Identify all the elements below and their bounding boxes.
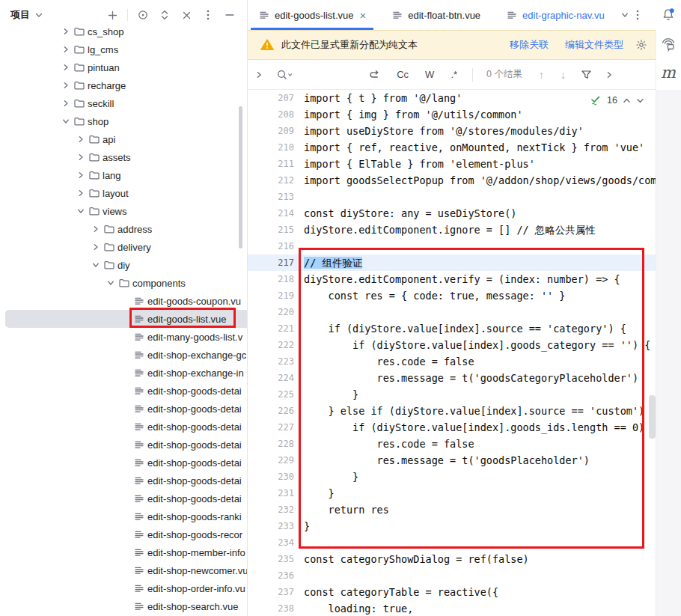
tree-folder-shop[interactable]: shop xyxy=(0,112,247,130)
code-line-214[interactable]: 214const diyStore: any = useDiyStore() xyxy=(248,205,656,222)
tree-file-edit-many-goods-list.v[interactable]: edit-many-goods-list.v xyxy=(0,328,247,346)
tree-file-edit-shop-exchange-gc[interactable]: edit-shop-exchange-gc xyxy=(0,346,247,364)
folder-icon xyxy=(73,79,85,91)
tree-file-edit-shop-goods-detai[interactable]: edit-shop-goods-detai xyxy=(0,454,247,472)
tab-label: edit-graphic-nav.vu xyxy=(522,10,605,21)
notifications-bell-icon[interactable] xyxy=(656,7,681,22)
tab-more-icon[interactable] xyxy=(636,9,639,21)
chevron-right-icon[interactable] xyxy=(75,151,87,163)
code-line-236[interactable]: 236 xyxy=(248,567,656,584)
edit-file-type-link[interactable]: 编辑文件类型 xyxy=(565,38,623,52)
close-tab-icon[interactable]: × xyxy=(360,10,367,21)
tree-file-edit-shop-goods-detai[interactable]: edit-shop-goods-detai xyxy=(0,490,247,507)
tree-file-edit-shop-member-info[interactable]: edit-shop-member-info xyxy=(0,543,247,561)
chevron-down-icon[interactable] xyxy=(75,205,87,217)
tree-folder-layout[interactable]: layout xyxy=(0,184,247,202)
tree-folder-diy[interactable]: diy xyxy=(0,256,247,274)
tree-file-edit-shop-goods-detai[interactable]: edit-shop-goods-detai xyxy=(0,418,247,436)
code-line-211[interactable]: 211import { ElTable } from 'element-plus… xyxy=(248,156,656,172)
tree-file-edit-shop-search.vue[interactable]: edit-shop-search.vue xyxy=(0,597,247,615)
tree-folder-cs_shop[interactable]: cs_shop xyxy=(0,22,247,40)
next-problem-icon[interactable] xyxy=(636,97,644,105)
chevron-right-icon[interactable] xyxy=(60,43,72,55)
code-line-237[interactable]: 237const categoryTable = reactive({ xyxy=(248,584,656,600)
chevron-right-icon[interactable] xyxy=(60,79,72,91)
tab-edit-graphic-nav.vu[interactable]: edit-graphic-nav.vu xyxy=(498,0,612,30)
tree-file-edit-shop-newcomer.vu[interactable]: edit-shop-newcomer.vu xyxy=(0,561,247,579)
add-icon[interactable] xyxy=(106,8,119,22)
match-case-toggle[interactable]: Cc xyxy=(397,69,409,80)
tab-list-dropdown-icon[interactable] xyxy=(621,11,629,19)
inspection-widget[interactable]: 16 xyxy=(585,91,649,109)
chevron-right-icon[interactable] xyxy=(75,169,87,181)
tree-folder-components[interactable]: components xyxy=(0,274,247,292)
collapse-search-icon[interactable] xyxy=(255,71,263,79)
chevron-right-icon[interactable] xyxy=(60,97,72,109)
code-line-215[interactable]: 215diyStore.editComponent.ignore = [] //… xyxy=(248,222,656,238)
expand-all-icon[interactable] xyxy=(158,8,171,22)
tree-folder-assets[interactable]: assets xyxy=(0,148,247,166)
code-line-238[interactable]: 238 loading: true, xyxy=(248,600,656,616)
m-tool-icon[interactable]: m xyxy=(656,64,681,82)
tree-file-edit-shop-goods-detai[interactable]: edit-shop-goods-detai xyxy=(0,472,247,490)
chevron-right-icon[interactable] xyxy=(75,133,87,145)
tree-folder-seckill[interactable]: seckill xyxy=(0,94,247,112)
filter-icon[interactable] xyxy=(581,69,592,80)
tree-folder-lg_cms[interactable]: lg_cms xyxy=(0,40,247,58)
search-icon[interactable] xyxy=(276,69,293,81)
tree-item-label: lg_cms xyxy=(88,44,118,55)
code-line-235[interactable]: 235const categoryShowDialog = ref(false) xyxy=(248,551,656,567)
code-line-210[interactable]: 210import { ref, reactive, onMounted, ne… xyxy=(248,139,656,156)
tree-file-edit-shop-order-info.vu[interactable]: edit-shop-order-info.vu xyxy=(0,579,247,597)
code-line-212[interactable]: 212import goodsSelectPopup from '@/addon… xyxy=(248,172,656,189)
previous-problem-icon[interactable] xyxy=(623,97,631,105)
remove-association-link[interactable]: 移除关联 xyxy=(510,38,549,52)
tree-folder-address[interactable]: address xyxy=(0,220,247,238)
line-number: 225 xyxy=(248,386,294,403)
chevron-right-icon[interactable] xyxy=(90,241,102,253)
tree-scrollbar[interactable] xyxy=(239,106,242,248)
tree-folder-lang[interactable]: lang xyxy=(0,166,247,184)
chevron-down-icon[interactable] xyxy=(34,10,43,19)
code-line-209[interactable]: 209import useDiyStore from '@/stores/mod… xyxy=(248,123,656,139)
more-icon[interactable] xyxy=(201,8,215,22)
tree-folder-api[interactable]: api xyxy=(0,130,247,148)
expand-search-icon[interactable] xyxy=(605,71,613,79)
previous-match-icon[interactable]: ↑ xyxy=(539,69,544,81)
tree-folder-views[interactable]: views xyxy=(0,202,247,220)
assistant-radar-icon[interactable] xyxy=(656,35,681,53)
search-history-icon[interactable] xyxy=(368,69,380,81)
tree-folder-pintuan[interactable]: pintuan xyxy=(0,58,247,76)
chevron-right-icon[interactable] xyxy=(75,187,87,199)
annotation-box-tree-file xyxy=(129,308,236,328)
hide-panel-icon[interactable] xyxy=(223,8,236,22)
locate-icon[interactable] xyxy=(136,8,150,22)
chevron-down-icon[interactable] xyxy=(90,259,102,271)
toolbar-divider xyxy=(127,9,128,21)
chevron-down-icon[interactable] xyxy=(105,277,117,289)
whole-words-toggle[interactable]: W xyxy=(425,69,434,80)
tree-file-edit-shop-goods-ranki[interactable]: edit-shop-goods-ranki xyxy=(0,507,247,525)
tree-folder-recharge[interactable]: recharge xyxy=(0,76,247,94)
tree-item-label: api xyxy=(103,134,115,145)
chevron-right-icon[interactable] xyxy=(90,223,102,235)
chevron-down-icon[interactable] xyxy=(60,115,72,127)
line-number: 227 xyxy=(248,419,294,436)
tree-file-edit-shop-goods-detai[interactable]: edit-shop-goods-detai xyxy=(0,436,247,454)
collapse-all-icon[interactable] xyxy=(180,8,193,22)
next-match-icon[interactable]: ↓ xyxy=(561,69,566,81)
tree-file-edit-shop-goods-recor[interactable]: edit-shop-goods-recor xyxy=(0,525,247,543)
editor-scrollbar[interactable] xyxy=(649,395,656,439)
gear-icon[interactable] xyxy=(635,39,647,51)
search-input[interactable] xyxy=(299,69,368,80)
chevron-right-icon[interactable] xyxy=(60,25,72,37)
chevron-right-icon[interactable] xyxy=(60,61,72,73)
tab-edit-goods-list.vue[interactable]: edit-goods-list.vue× xyxy=(251,0,373,30)
regex-toggle[interactable]: .* xyxy=(451,69,457,80)
tab-edit-float-btn.vue[interactable]: edit-float-btn.vue xyxy=(384,0,488,30)
tree-folder-delivery[interactable]: delivery xyxy=(0,238,247,256)
tree-file-edit-shop-exchange-in[interactable]: edit-shop-exchange-in xyxy=(0,364,247,382)
tree-file-edit-shop-goods-detai[interactable]: edit-shop-goods-detai xyxy=(0,382,247,400)
code-line-213[interactable]: 213 xyxy=(248,189,656,205)
tree-file-edit-shop-goods-detai[interactable]: edit-shop-goods-detai xyxy=(0,400,247,418)
